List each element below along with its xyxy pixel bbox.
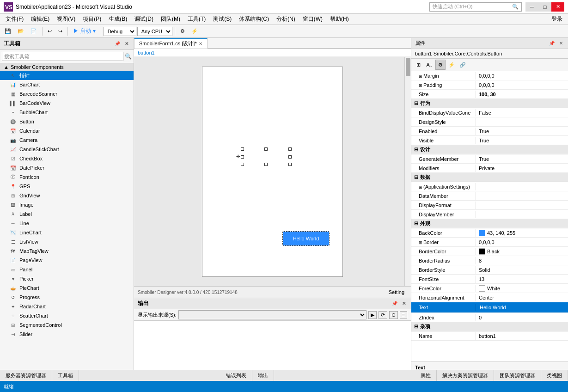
prop-cat-design[interactable]: ⊟ 设计 — [411, 145, 568, 154]
toolbar-btn1[interactable]: ⚙ — [177, 27, 188, 36]
toolbox-item-gps[interactable]: 📍 GPS — [0, 182, 134, 191]
bottom-tab-server[interactable]: 服务器资源管理器 — [0, 370, 52, 381]
prop-cat-behavior[interactable]: ⊟ 行为 — [411, 99, 568, 108]
output-source-select[interactable] — [178, 310, 366, 319]
toolbox-item-camera[interactable]: 📷 Camera — [0, 135, 134, 145]
handle-tc[interactable] — [264, 147, 268, 151]
toolbox-item-scatterchart[interactable]: ⁘ ScatterChart — [0, 311, 134, 320]
menu-file[interactable]: 文件(F) — [2, 14, 27, 24]
menu-debug[interactable]: 调试(D) — [131, 14, 157, 24]
menu-tools[interactable]: 工具(T) — [184, 14, 209, 24]
toolbar-undo[interactable]: ↩ — [45, 27, 55, 36]
toolbox-close[interactable]: ✕ — [123, 41, 130, 46]
prop-pin[interactable]: 📌 — [548, 41, 556, 46]
toolbox-item-pointer[interactable]: ↖ 指针 — [0, 71, 134, 80]
menu-window[interactable]: 窗口(W) — [299, 14, 326, 24]
prop-expand-margin[interactable]: ⊞ — [419, 74, 422, 79]
handle-br[interactable] — [288, 163, 292, 166]
close-button[interactable]: ✕ — [551, 2, 564, 12]
prop-close[interactable]: ✕ — [558, 41, 564, 46]
toolbar-open[interactable]: 📂 — [15, 27, 27, 36]
toolbox-item-candlestick[interactable]: 📈 CandleStickChart — [0, 145, 134, 154]
toolbox-item-line[interactable]: ─ Line — [0, 219, 134, 228]
toolbox-search-input[interactable] — [2, 52, 123, 61]
minimize-button[interactable]: ─ — [525, 2, 538, 12]
output-btn3[interactable]: ⊝ — [389, 311, 398, 319]
toolbox-item-bubblechart[interactable]: ⚬ BubbleChart — [0, 108, 134, 117]
toolbar-save[interactable]: 💾 — [2, 27, 14, 36]
toolbox-item-progress[interactable]: ↺ Progress — [0, 293, 134, 302]
toolbar-start[interactable]: ▶ 启动 ▾ — [70, 26, 98, 37]
designer-scroll-thumb[interactable] — [406, 58, 410, 76]
designer-tab-close[interactable]: ✕ — [199, 41, 202, 46]
bottom-tab-errors[interactable]: 错误列表 — [220, 370, 252, 381]
toolbox-item-fonticon[interactable]: Ⓕ FontIcon — [0, 172, 134, 182]
toolbox-item-picker[interactable]: ▾ Picker — [0, 274, 134, 283]
menu-edit[interactable]: 编辑(E) — [27, 14, 53, 24]
toolbox-group-smobiler[interactable]: ▲ Smobiler Componnents — [0, 63, 134, 71]
toolbox-item-gridview[interactable]: ⊞ GridView — [0, 191, 134, 200]
setting-button[interactable]: Setting — [386, 288, 407, 296]
toolbox-item-calendar[interactable]: 📅 Calendar — [0, 126, 134, 135]
toolbox-item-datepicker[interactable]: 📆 DatePicker — [0, 163, 134, 172]
toolbox-item-maptagview[interactable]: 🗺 MapTagView — [0, 246, 134, 256]
bottom-tab-solution[interactable]: 解决方案资源管理器 — [437, 370, 494, 381]
platform-select[interactable]: Any CPU — [137, 27, 172, 36]
prop-tb-sort-alpha[interactable]: A↓ — [424, 60, 434, 70]
debug-mode-select[interactable]: Debug Release — [104, 27, 136, 36]
menu-login[interactable]: 登录 — [548, 14, 566, 24]
bottom-tab-toolbox[interactable]: 工具箱 — [52, 370, 79, 381]
toolbox-item-segmentedcontrol[interactable]: ⊟ SegmentedControl — [0, 320, 134, 330]
toolbar-redo[interactable]: ↪ — [55, 27, 65, 36]
text-value-input[interactable] — [479, 303, 565, 312]
toolbox-pin[interactable]: 📌 — [113, 41, 122, 46]
handle-tl[interactable] — [241, 147, 244, 151]
output-pin[interactable]: 📌 — [391, 301, 399, 306]
bottom-tab-classview[interactable]: 类视图 — [541, 370, 568, 381]
prop-cat-data[interactable]: ⊟ 数据 — [411, 173, 568, 182]
prop-cat-appearance[interactable]: ⊟ 外观 — [411, 219, 568, 228]
output-btn4[interactable]: ≡ — [400, 311, 407, 318]
menu-team[interactable]: 团队(M) — [157, 14, 184, 24]
designer-area[interactable]: ✛ Hello World — [134, 57, 411, 286]
designed-button[interactable]: Hello World — [283, 232, 329, 245]
handle-bc[interactable] — [264, 163, 268, 166]
toolbox-item-radarchart[interactable]: ✦ RadarChart — [0, 302, 134, 311]
designer-scrollbar[interactable] — [404, 57, 411, 286]
toolbox-item-linechart[interactable]: 📉 LineChart — [0, 228, 134, 237]
toolbox-item-image[interactable]: 🖼 Image — [0, 200, 134, 209]
toolbar-btn2[interactable]: ⚡ — [189, 27, 201, 36]
designer-tab[interactable]: SmobilerForm1.cs [设计]* ✕ — [134, 38, 208, 49]
toolbox-item-slider[interactable]: ⊣ Slider — [0, 330, 134, 339]
toolbox-item-checkbox[interactable]: ☑ CheckBox — [0, 154, 134, 163]
menu-project[interactable]: 项目(P) — [79, 14, 105, 24]
quick-launch[interactable]: 快速启动 (Ctrl+Q) 🔍 — [429, 2, 522, 12]
handle-bl[interactable] — [241, 163, 244, 166]
bordercolor-swatch[interactable] — [479, 248, 485, 255]
output-btn2[interactable]: ⟳ — [379, 311, 387, 319]
prop-tb-events[interactable]: ⚡ — [446, 60, 457, 70]
toolbox-item-piechart[interactable]: 🥧 PieChart — [0, 283, 134, 293]
forecolor-swatch[interactable] — [479, 285, 485, 292]
menu-build[interactable]: 生成(B) — [105, 14, 131, 24]
output-btn1[interactable]: ▶ — [368, 311, 377, 319]
bottom-tab-properties[interactable]: 属性 — [415, 370, 437, 381]
restore-button[interactable]: □ — [538, 2, 551, 12]
prop-expand-border[interactable]: ⊞ — [419, 240, 422, 245]
bottom-tab-output[interactable]: 输出 — [252, 370, 274, 381]
prop-row-text[interactable]: Text — [411, 302, 568, 313]
toolbox-item-button[interactable]: 🔘 Button — [0, 117, 134, 126]
toolbox-item-barcodeview[interactable]: ▌▌ BarCodeView — [0, 98, 134, 108]
toolbox-item-pageview[interactable]: 📄 PageView — [0, 256, 134, 265]
handle-mr[interactable] — [288, 155, 292, 159]
toolbox-item-panel[interactable]: ▭ Panel — [0, 265, 134, 274]
menu-help[interactable]: 帮助(H) — [326, 14, 353, 24]
toolbox-item-barchart[interactable]: 📊 BarChart — [0, 80, 134, 89]
bottom-tab-team[interactable]: 团队资源管理器 — [494, 370, 541, 381]
toolbox-item-barcodescanner[interactable]: ▦ BarcodeScanner — [0, 89, 134, 98]
prop-tb-sort-cat[interactable]: ⊞ — [413, 60, 423, 70]
toolbox-item-listview[interactable]: ☰ ListView — [0, 237, 134, 246]
handle-ml[interactable] — [241, 155, 244, 159]
output-close[interactable]: ✕ — [401, 301, 407, 306]
menu-test[interactable]: 测试(S) — [209, 14, 235, 24]
